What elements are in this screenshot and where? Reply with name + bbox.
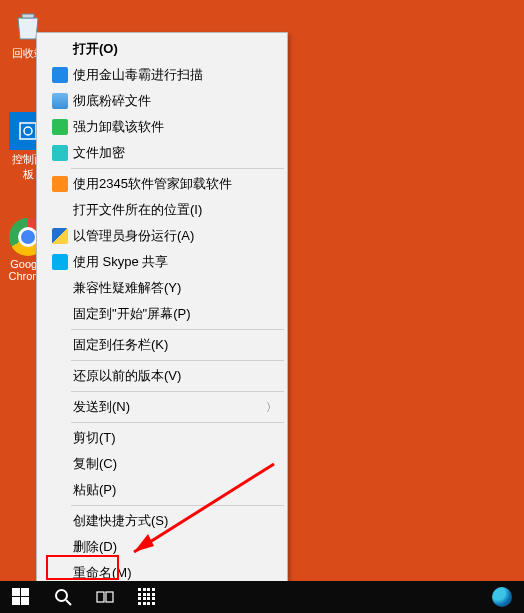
menu-separator xyxy=(71,391,284,392)
apps-grid-icon xyxy=(138,588,156,606)
taskview-icon xyxy=(96,588,114,606)
menu-separator xyxy=(71,505,284,506)
taskbar xyxy=(0,581,524,613)
menu-item-send-to[interactable]: 发送到(N)〉 xyxy=(39,394,285,420)
menu-separator xyxy=(71,360,284,361)
svg-rect-8 xyxy=(106,592,113,602)
app-2345-icon xyxy=(52,176,68,192)
menu-item-shred[interactable]: 彻底粉碎文件 xyxy=(39,88,285,114)
menu-item-encrypt[interactable]: 文件加密 xyxy=(39,140,285,166)
svg-line-6 xyxy=(66,600,71,605)
svg-point-2 xyxy=(24,127,32,135)
lock-icon xyxy=(52,145,68,161)
menu-item-delete[interactable]: 删除(D) xyxy=(39,534,285,560)
uninstall-icon xyxy=(52,119,68,135)
menu-item-copy[interactable]: 复制(C) xyxy=(39,451,285,477)
menu-separator xyxy=(71,168,284,169)
menu-item-create-shortcut[interactable]: 创建快捷方式(S) xyxy=(39,508,285,534)
windows-logo-icon xyxy=(12,588,30,606)
taskbar-taskview-button[interactable] xyxy=(84,581,126,613)
menu-item-pin-start[interactable]: 固定到"开始"屏幕(P) xyxy=(39,301,285,327)
menu-item-open-location[interactable]: 打开文件所在的位置(I) xyxy=(39,197,285,223)
shield-icon xyxy=(52,67,68,83)
menu-item-restore-previous[interactable]: 还原以前的版本(V) xyxy=(39,363,285,389)
menu-item-troubleshoot[interactable]: 兼容性疑难解答(Y) xyxy=(39,275,285,301)
menu-item-force-uninstall[interactable]: 强力卸载该软件 xyxy=(39,114,285,140)
admin-shield-icon xyxy=(52,228,68,244)
svg-rect-0 xyxy=(22,14,34,18)
menu-separator xyxy=(71,329,284,330)
taskbar-search-button[interactable] xyxy=(42,581,84,613)
shredder-icon xyxy=(52,93,68,109)
menu-item-uninstall-2345[interactable]: 使用2345软件管家卸载软件 xyxy=(39,171,285,197)
menu-item-run-as-admin[interactable]: 以管理员身份运行(A) xyxy=(39,223,285,249)
menu-item-cut[interactable]: 剪切(T) xyxy=(39,425,285,451)
taskbar-allapps-button[interactable] xyxy=(126,581,168,613)
taskbar-edge-button[interactable] xyxy=(480,581,524,613)
menu-item-pin-taskbar[interactable]: 固定到任务栏(K) xyxy=(39,332,285,358)
menu-item-av-scan[interactable]: 使用金山毒霸进行扫描 xyxy=(39,62,285,88)
menu-item-skype-share[interactable]: 使用 Skype 共享 xyxy=(39,249,285,275)
edge-icon xyxy=(492,587,512,607)
start-button[interactable] xyxy=(0,581,42,613)
context-menu: 打开(O) 使用金山毒霸进行扫描 彻底粉碎文件 强力卸载该软件 文件加密 使用2… xyxy=(36,32,288,613)
menu-separator xyxy=(71,422,284,423)
menu-item-open[interactable]: 打开(O) xyxy=(39,36,285,62)
skype-icon xyxy=(52,254,68,270)
menu-item-paste[interactable]: 粘贴(P) xyxy=(39,477,285,503)
search-icon xyxy=(54,588,72,606)
chevron-right-icon: 〉 xyxy=(266,400,277,415)
svg-rect-7 xyxy=(97,592,104,602)
svg-point-5 xyxy=(56,590,67,601)
svg-rect-1 xyxy=(20,123,36,139)
